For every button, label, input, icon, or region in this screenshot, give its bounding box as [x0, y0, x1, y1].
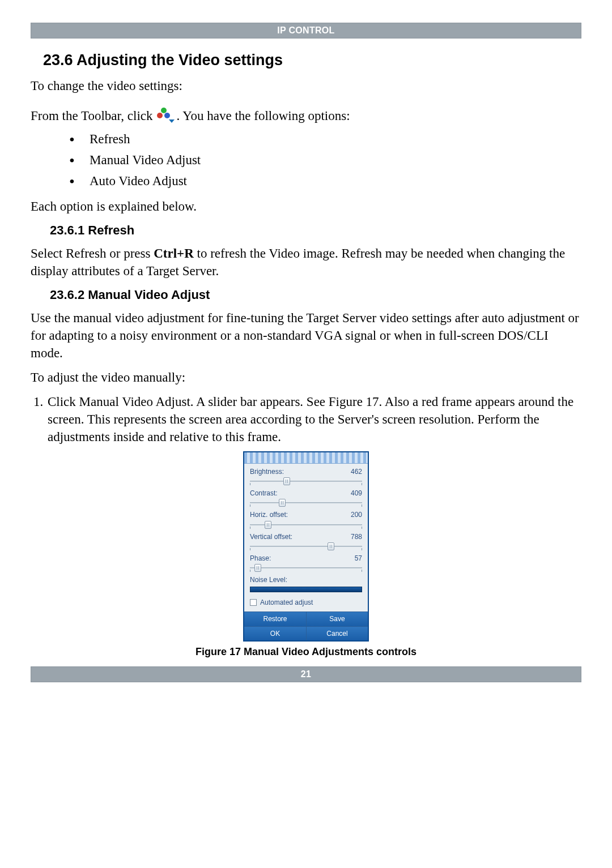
- horiz-offset-label: Horiz. offset:: [250, 510, 288, 519]
- phase-slider-thumb[interactable]: [254, 564, 261, 572]
- restore-button[interactable]: Restore: [244, 612, 306, 626]
- hotkey-ctrl-r: Ctrl+R: [154, 246, 194, 260]
- save-button[interactable]: Save: [306, 612, 368, 626]
- horiz-offset-slider[interactable]: [250, 521, 362, 529]
- toolbar-post-text: . You have the following options:: [177, 107, 350, 125]
- bullet-refresh: Refresh: [69, 130, 581, 148]
- manual-lead: To adjust the video manually:: [31, 369, 581, 386]
- contrast-row: Contrast: 409: [250, 489, 362, 507]
- dialog-titlebar[interactable]: [244, 452, 368, 464]
- intro-text: To change the video settings:: [31, 77, 581, 95]
- horiz-offset-value: 200: [351, 510, 362, 519]
- vertical-offset-label: Vertical offset:: [250, 532, 292, 541]
- noise-level-indicator: [250, 587, 362, 592]
- refresh-paragraph: Select Refresh or press Ctrl+R to refres…: [31, 245, 581, 280]
- vertical-offset-slider[interactable]: [250, 542, 362, 550]
- vertical-offset-slider-thumb[interactable]: [328, 542, 334, 550]
- noise-level-label: Noise Level:: [250, 575, 362, 584]
- phase-row: Phase: 57: [250, 554, 362, 572]
- explained-text: Each option is explained below.: [31, 198, 581, 215]
- automated-adjust-checkbox[interactable]: [250, 599, 257, 606]
- contrast-label: Contrast:: [250, 489, 278, 498]
- page-header-banner: IP CONTROL: [31, 23, 581, 39]
- vertical-offset-value: 788: [351, 532, 362, 541]
- noise-level-row: Noise Level:: [250, 575, 362, 592]
- phase-slider[interactable]: [250, 564, 362, 572]
- phase-value: 57: [355, 554, 362, 563]
- brightness-row: Brightness: 462: [250, 467, 362, 485]
- heading-23-6: 23.6 Adjusting the Video settings: [43, 50, 581, 70]
- heading-23-6-2: 23.6.2 Manual Video Adjust: [50, 287, 581, 303]
- manual-paragraph: Use the manual video adjustment for fine…: [31, 309, 581, 362]
- phase-label: Phase:: [250, 554, 271, 563]
- brightness-slider[interactable]: [250, 477, 362, 485]
- step-1: Click Manual Video Adjust. A slider bar …: [46, 393, 581, 446]
- horiz-offset-slider-thumb[interactable]: [265, 521, 271, 529]
- cancel-button[interactable]: Cancel: [306, 626, 368, 640]
- horiz-offset-row: Horiz. offset: 200: [250, 510, 362, 528]
- brightness-label: Brightness:: [250, 467, 284, 476]
- bullet-manual-video-adjust: Manual Video Adjust: [69, 151, 581, 169]
- brightness-value: 462: [351, 467, 362, 476]
- brightness-slider-thumb[interactable]: [283, 477, 290, 485]
- heading-23-6-1: 23.6.1 Refresh: [50, 222, 581, 239]
- contrast-slider[interactable]: [250, 499, 362, 507]
- manual-video-adjust-dialog: Brightness: 462 Contrast: 409: [243, 451, 369, 642]
- toolbar-pre-text: From the Toolbar, click: [31, 107, 153, 125]
- page-number-banner: 21: [31, 666, 581, 682]
- ok-button[interactable]: OK: [244, 626, 306, 640]
- dropdown-arrow-icon: [169, 119, 175, 123]
- bullet-auto-video-adjust: Auto Video Adjust: [69, 172, 581, 190]
- figure-17-caption: Figure 17 Manual Video Adjustments contr…: [31, 645, 581, 659]
- video-settings-icon: [154, 108, 175, 125]
- vertical-offset-row: Vertical offset: 788: [250, 532, 362, 550]
- contrast-value: 409: [351, 489, 362, 498]
- automated-adjust-label: Automated adjust: [260, 598, 313, 607]
- contrast-slider-thumb[interactable]: [279, 499, 286, 507]
